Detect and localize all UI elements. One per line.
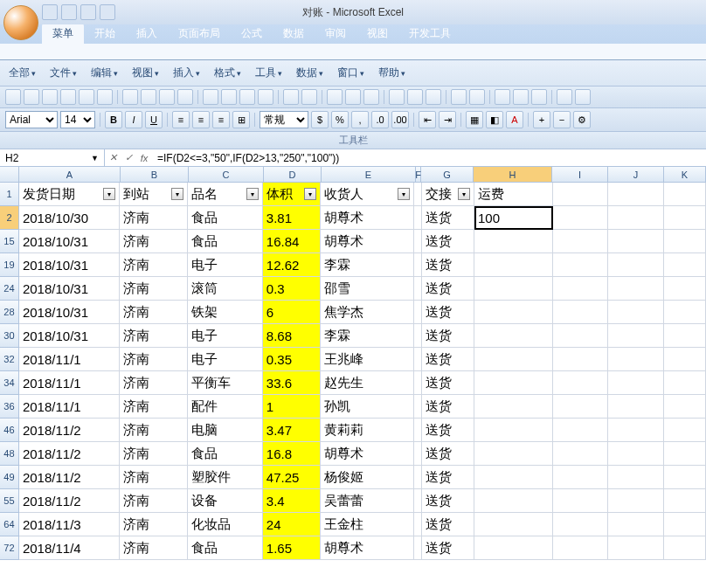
ribbon-tab-7[interactable]: 视图 [356, 24, 398, 44]
cell[interactable] [414, 324, 422, 348]
cell[interactable]: 铁架 [188, 301, 263, 324]
bold-button[interactable]: B [105, 111, 122, 128]
cell[interactable]: 送货 [422, 253, 474, 277]
cell[interactable] [664, 206, 706, 230]
cell[interactable] [414, 277, 422, 301]
cell[interactable]: 济南 [120, 513, 188, 536]
save-icon[interactable] [42, 89, 58, 105]
cell[interactable]: 送货 [422, 206, 474, 230]
qat-more-icon[interactable] [100, 4, 115, 20]
cell[interactable]: 济南 [120, 395, 188, 419]
col-header-D[interactable]: D [264, 167, 322, 182]
cell[interactable]: 送货 [422, 466, 474, 489]
filter-icon[interactable] [426, 89, 441, 105]
cell[interactable]: 济南 [120, 489, 188, 513]
cell[interactable]: 2018/10/31 [19, 324, 121, 348]
cell[interactable] [414, 371, 422, 395]
cancel-formula-icon[interactable]: ✕ [105, 152, 121, 163]
cell[interactable] [553, 442, 609, 466]
header-cell-F[interactable] [414, 183, 422, 206]
ribbon-tab-2[interactable]: 插入 [126, 24, 168, 44]
header-cell-I[interactable] [553, 183, 609, 206]
cell[interactable] [664, 419, 706, 442]
cell[interactable]: 济南 [120, 277, 188, 301]
cell[interactable] [553, 513, 609, 536]
open-icon[interactable] [24, 89, 39, 105]
cell[interactable]: 2018/11/2 [19, 442, 121, 466]
cell[interactable] [608, 489, 664, 513]
cell[interactable] [414, 348, 422, 371]
cell[interactable]: 王兆峰 [321, 348, 415, 371]
research-icon[interactable] [141, 89, 156, 105]
header-cell-D[interactable]: 体积▾ [263, 183, 321, 206]
col-header-I[interactable]: I [552, 167, 608, 182]
cell[interactable] [608, 301, 664, 324]
comma-icon[interactable]: , [351, 111, 369, 128]
cell[interactable]: 济南 [120, 301, 188, 324]
cell[interactable]: 李霖 [321, 253, 415, 277]
mail-icon[interactable] [60, 89, 76, 105]
cell[interactable]: 8.68 [263, 324, 321, 348]
row-header[interactable]: 49 [0, 466, 19, 489]
cell[interactable]: 送货 [422, 301, 474, 324]
cell[interactable] [474, 277, 553, 301]
row-header[interactable]: 36 [0, 395, 19, 419]
col-header-E[interactable]: E [322, 167, 416, 182]
cell[interactable]: 赵先生 [321, 371, 415, 395]
cell[interactable] [608, 466, 664, 489]
cell[interactable] [553, 206, 609, 230]
insert-cells-icon[interactable]: + [533, 111, 550, 128]
cell[interactable]: 济南 [120, 230, 188, 253]
indent-dec-icon[interactable]: ⇤ [419, 111, 436, 128]
cell[interactable]: 配件 [188, 395, 263, 419]
cell[interactable]: 100 [474, 206, 553, 230]
cell[interactable] [664, 395, 706, 419]
cell[interactable]: 食品 [188, 230, 263, 253]
row-header[interactable]: 15 [0, 230, 19, 253]
cell[interactable] [608, 253, 664, 277]
cell[interactable] [553, 324, 609, 348]
cell[interactable]: 胡尊术 [321, 206, 415, 230]
cell[interactable] [608, 419, 664, 442]
cell[interactable] [414, 206, 422, 230]
ribbon-tab-5[interactable]: 数据 [273, 24, 315, 44]
preview-icon[interactable] [97, 89, 113, 105]
cell[interactable]: 王金柱 [321, 513, 415, 536]
header-cell-E[interactable]: 收货人▾ [321, 183, 415, 206]
pivot-icon[interactable] [469, 89, 485, 105]
header-cell-A[interactable]: 发货日期▾ [19, 183, 121, 206]
col-header-J[interactable]: J [608, 167, 664, 182]
italic-button[interactable]: I [125, 111, 142, 128]
cell[interactable] [414, 301, 422, 324]
print-icon[interactable] [79, 89, 94, 105]
help-icon[interactable] [575, 89, 591, 105]
sort-desc-icon[interactable] [407, 89, 423, 105]
cell[interactable]: 济南 [120, 442, 188, 466]
cell[interactable] [664, 371, 706, 395]
cell[interactable] [474, 466, 553, 489]
name-box[interactable]: H2 ▼ [0, 149, 105, 166]
cell[interactable]: 杨俊姬 [321, 466, 415, 489]
cell[interactable]: 0.3 [263, 277, 321, 301]
cell[interactable]: 2018/11/2 [19, 419, 121, 442]
col-header-H[interactable]: H [474, 167, 552, 182]
font-name-select[interactable]: Arial [5, 111, 58, 128]
cell[interactable]: 送货 [422, 419, 474, 442]
font-size-select[interactable]: 14 [60, 111, 95, 128]
cell[interactable] [664, 301, 706, 324]
cell[interactable]: 2018/10/31 [19, 230, 121, 253]
cell[interactable] [414, 253, 422, 277]
merge-icon[interactable]: ⊞ [232, 111, 250, 128]
cell[interactable]: 2018/11/1 [19, 395, 121, 419]
cell[interactable] [608, 230, 664, 253]
col-header-B[interactable]: B [121, 167, 189, 182]
header-cell-H[interactable]: 运费 [474, 183, 553, 206]
cell[interactable] [414, 230, 422, 253]
thesaurus-icon[interactable] [159, 89, 175, 105]
header-cell-J[interactable] [608, 183, 664, 206]
cell[interactable] [664, 442, 706, 466]
cell[interactable]: 送货 [422, 442, 474, 466]
cell[interactable] [474, 253, 553, 277]
cell[interactable] [664, 513, 706, 536]
cell[interactable]: 16.8 [263, 442, 321, 466]
